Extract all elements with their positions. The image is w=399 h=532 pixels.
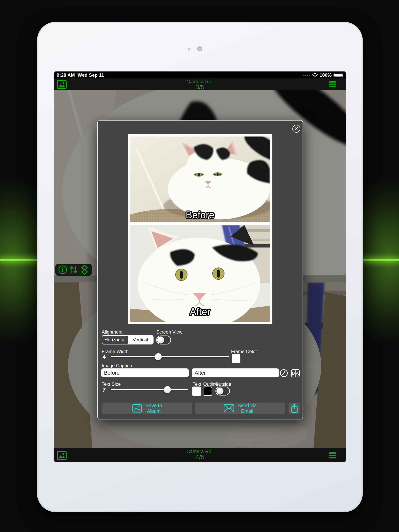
frame-width-slider[interactable] — [111, 353, 229, 360]
screen-view-label: Screen View — [156, 329, 182, 335]
text-size-value: 7 — [103, 386, 106, 393]
green-line-right — [362, 259, 399, 261]
front-camera-lens — [197, 46, 202, 51]
send-via-email-button[interactable]: Send viaEmail — [195, 403, 285, 414]
photo-tools-strip — [55, 264, 92, 276]
top-toolbar: Camera Roll 3/5 — [54, 78, 346, 90]
status-bar: 9:28 AMWed Sep 11 100% — [54, 71, 346, 78]
status-date: Wed Sep 11 — [77, 72, 104, 78]
save-album-icon — [132, 404, 142, 413]
preview-frame-divider — [130, 222, 270, 225]
photo-library-icon-bottom[interactable] — [57, 451, 67, 460]
outside-toggle[interactable] — [215, 386, 230, 395]
alignment-option-horizontal[interactable]: Horizontal — [102, 336, 128, 344]
preview-after-caption: After — [130, 306, 270, 317]
text-color-swatch[interactable] — [192, 386, 201, 396]
alignment-option-vertical[interactable]: Vertical — [128, 336, 153, 344]
export-settings-modal: Before — [97, 120, 303, 419]
preview-before-caption: Before — [130, 209, 270, 221]
image-caption-label: Image Caption — [102, 363, 132, 368]
clock-icon[interactable] — [280, 369, 288, 377]
outline-color-swatch[interactable] — [204, 386, 212, 396]
before-caption-input[interactable] — [101, 368, 189, 377]
preview-before-photo: Before — [130, 137, 270, 222]
bottom-photo-counter: 4/5 — [54, 454, 346, 461]
outside-label: Outside — [215, 381, 231, 387]
ipad-screen: 9:28 AMWed Sep 11 100% — [54, 71, 346, 462]
cellular-signal-icon — [303, 75, 310, 76]
photo-library-icon[interactable] — [57, 80, 67, 89]
expand-vertical-icon[interactable] — [80, 265, 89, 275]
share-button[interactable] — [289, 403, 300, 414]
frame-color-label: Frame Color — [231, 349, 257, 354]
after-caption-input[interactable] — [192, 368, 279, 377]
email-icon — [224, 404, 234, 412]
wifi-icon — [312, 73, 318, 77]
preview-after-photo: After — [130, 225, 270, 322]
alignment-segmented-control: Horizontal Vertical — [102, 335, 154, 344]
share-icon — [290, 403, 298, 413]
save-to-album-button[interactable]: Save toAlbum — [102, 403, 192, 414]
stage: 9:28 AMWed Sep 11 100% — [0, 0, 399, 532]
screen-view-toggle[interactable] — [156, 336, 171, 344]
green-line-left — [0, 259, 37, 261]
text-color-label: Text — [193, 381, 201, 387]
ipad-device-frame: 9:28 AMWed Sep 11 100% — [37, 22, 363, 512]
bottom-toolbar: Camera Roll 4/5 — [54, 448, 346, 462]
top-photo-counter: 3/5 — [54, 83, 346, 91]
info-icon[interactable] — [58, 265, 67, 274]
status-time: 9:28 AM — [57, 72, 75, 78]
framed-preview: Before — [128, 134, 272, 324]
ba-caption-icon[interactable]: B A — [291, 369, 300, 377]
battery-percent: 100% — [320, 72, 332, 78]
swap-arrows-icon[interactable] — [69, 265, 78, 274]
front-camera-dot — [188, 48, 190, 51]
battery-icon — [334, 73, 342, 77]
hamburger-menu-icon[interactable] — [329, 81, 336, 88]
frame-color-swatch[interactable] — [232, 354, 240, 363]
alignment-label: Alignment — [102, 329, 122, 335]
text-size-slider[interactable] — [111, 386, 188, 393]
hamburger-menu-icon-bottom[interactable] — [329, 452, 336, 459]
close-button[interactable] — [292, 124, 301, 133]
frame-width-value: 4 — [103, 354, 106, 360]
